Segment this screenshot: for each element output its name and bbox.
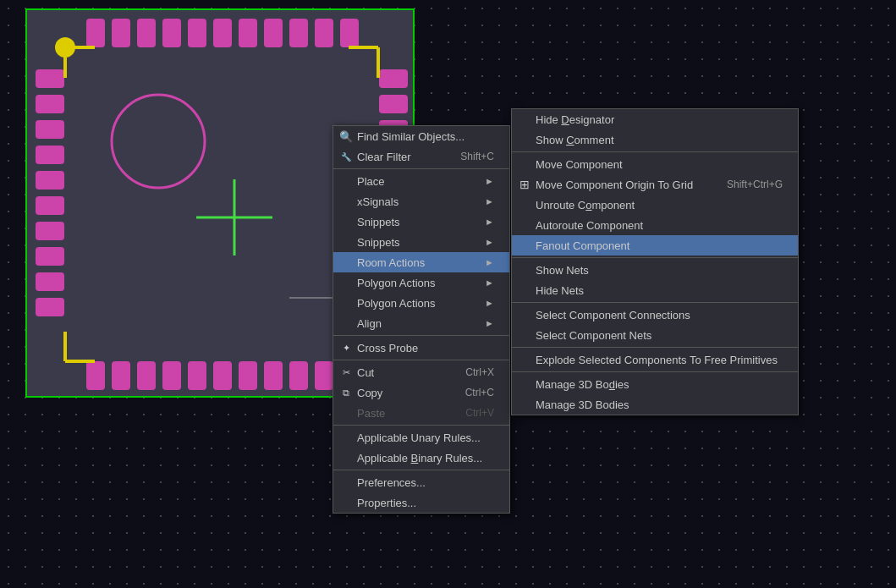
grid-icon: ⊞ (517, 177, 532, 192)
menu-room-actions[interactable]: Polygon Actions ► (333, 272, 509, 293)
probe-icon: ✦ (338, 340, 354, 355)
svg-rect-12 (112, 361, 130, 390)
separator-2 (333, 335, 509, 336)
svg-rect-8 (289, 19, 308, 47)
svg-rect-6 (239, 19, 257, 47)
menu-cut[interactable]: ✂ Cut Ctrl+X (333, 362, 509, 382)
svg-rect-28 (36, 222, 64, 240)
submenu-show-nets[interactable]: Show Nets (512, 260, 798, 280)
svg-rect-30 (36, 272, 64, 291)
menu-cross-probe[interactable]: ✦ Cross Probe (333, 338, 509, 358)
svg-rect-7 (264, 19, 283, 47)
menu-place[interactable]: Place ► (333, 171, 509, 191)
submenu-sep-1 (512, 151, 798, 152)
svg-rect-26 (36, 171, 64, 190)
svg-rect-0 (86, 19, 105, 47)
svg-rect-18 (264, 361, 283, 390)
menu-applicable-unary[interactable]: Applicable Unary Rules... (333, 427, 509, 448)
cut-icon: ✂ (338, 365, 354, 380)
menu-polygon-actions[interactable]: Polygon Actions ► (333, 293, 509, 313)
svg-rect-25 (36, 146, 64, 164)
svg-point-42 (55, 37, 75, 58)
svg-rect-23 (36, 95, 64, 113)
svg-rect-32 (379, 69, 408, 88)
menu-unions[interactable]: Snippets ► (333, 212, 509, 232)
svg-rect-22 (36, 69, 64, 88)
menu-preferences[interactable]: Preferences... (333, 472, 509, 492)
submenu-select-nets[interactable]: Select Component Nets (512, 325, 798, 345)
svg-rect-20 (315, 361, 333, 390)
filter-icon: 🔧 (338, 149, 354, 164)
submenu-show-comment[interactable]: Show Comment (512, 129, 798, 150)
menu-snippets[interactable]: Snippets ► (333, 232, 509, 252)
svg-rect-15 (188, 361, 206, 390)
search-icon: 🔍 (338, 129, 354, 144)
svg-rect-5 (213, 19, 232, 47)
svg-rect-3 (162, 19, 181, 47)
svg-rect-14 (162, 361, 181, 390)
separator-4 (333, 425, 509, 426)
menu-find-similar[interactable]: 🔍 Find Similar Objects... (333, 126, 509, 146)
submenu-autoroute-component[interactable]: Autoroute Component (512, 215, 798, 235)
menu-align[interactable]: Align ► (333, 313, 509, 333)
svg-rect-19 (289, 361, 308, 390)
svg-rect-24 (36, 120, 64, 139)
svg-rect-29 (36, 247, 64, 266)
submenu-select-connections[interactable]: Select Component Connections (512, 305, 798, 325)
svg-rect-4 (188, 19, 206, 47)
menu-copy[interactable]: ⧉ Copy Ctrl+C (333, 382, 509, 403)
submenu-component-actions: Hide Designator Show Comment Move Compon… (511, 108, 799, 415)
submenu-sep-2 (512, 257, 798, 258)
svg-rect-27 (36, 196, 64, 215)
menu-xsignals[interactable]: xSignals ► (333, 191, 509, 212)
separator-5 (333, 470, 509, 470)
submenu-manage-3d[interactable]: Manage 3D Bodies (512, 374, 798, 394)
svg-rect-17 (239, 361, 257, 390)
svg-rect-2 (137, 19, 156, 47)
submenu-sep-5 (512, 371, 798, 372)
menu-properties[interactable]: Properties... (333, 492, 509, 513)
svg-rect-10 (340, 19, 359, 47)
submenu-unroute-component[interactable]: Unroute Component (512, 195, 798, 215)
submenu-hide-designator[interactable]: Hide Designator (512, 109, 798, 129)
submenu-explode-components[interactable]: Explode Selected Components To Free Prim… (512, 349, 798, 370)
svg-rect-16 (213, 361, 232, 390)
separator-1 (333, 168, 509, 169)
submenu-sep-4 (512, 347, 798, 348)
svg-rect-9 (315, 19, 333, 47)
separator-3 (333, 360, 509, 360)
menu-applicable-binary[interactable]: Applicable Binary Rules... (333, 448, 509, 468)
svg-rect-33 (379, 95, 408, 113)
submenu-update-from-libraries[interactable]: Manage 3D Bodies (512, 394, 798, 415)
svg-point-43 (112, 95, 205, 188)
copy-icon: ⧉ (338, 385, 354, 400)
menu-clear-filter[interactable]: 🔧 Clear Filter Shift+C (333, 146, 509, 167)
submenu-fanout-component[interactable]: Fanout Component (512, 235, 798, 256)
svg-rect-1 (112, 19, 130, 47)
svg-rect-31 (36, 298, 64, 316)
context-menu: 🔍 Find Similar Objects... 🔧 Clear Filter… (333, 125, 510, 514)
menu-paste[interactable]: Paste Ctrl+V (333, 403, 509, 423)
submenu-hide-nets[interactable]: Hide Nets (512, 280, 798, 300)
svg-rect-11 (86, 361, 105, 390)
menu-component-actions[interactable]: Room Actions ► Hide Designator Show Comm… (333, 252, 509, 272)
submenu-move-component[interactable]: Move Component (512, 154, 798, 174)
submenu-move-component-origin[interactable]: ⊞ Move Component Origin To Grid Shift+Ct… (512, 174, 798, 195)
svg-rect-13 (137, 361, 156, 390)
submenu-sep-3 (512, 302, 798, 303)
